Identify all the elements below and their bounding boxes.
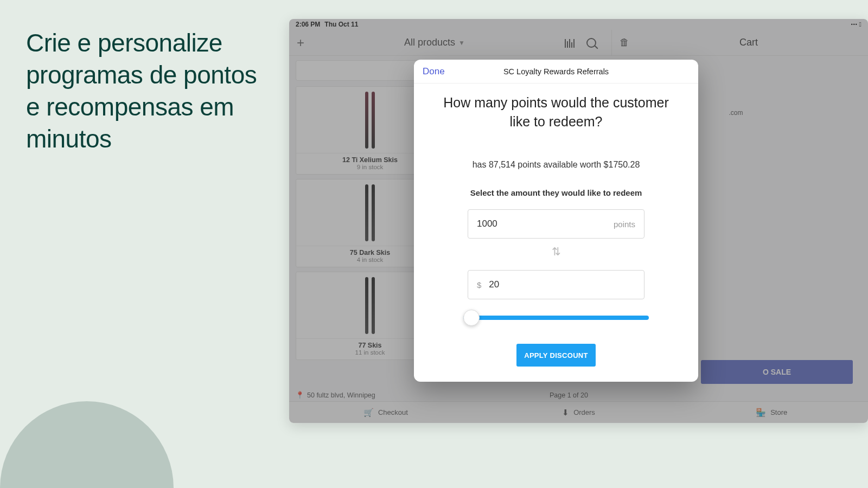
location-pin-icon: 📍 [296,391,304,399]
download-icon: ⬇ [562,408,569,418]
nav-checkout-label: Checkout [378,408,408,416]
redeem-modal: Done SC Loyalty Rewards Referrals How ma… [414,60,698,382]
store-icon: 🏪 [756,408,766,418]
status-bar: 2:06 PM Thu Oct 11 ⋯  [289,19,868,30]
cart-title: Cart [629,37,868,48]
nav-checkout[interactable]: 🛒 Checkout [289,402,482,423]
status-time: 2:06 PM [296,21,320,28]
currency-input[interactable]: $ 20 [468,270,644,299]
select-amount-label: Select the amount they would like to red… [429,188,683,197]
page-indicator: Page 1 of 20 [550,391,588,399]
marketing-headline: Crie e personalize programas de pontos e… [26,27,270,155]
currency-prefix-label: $ [477,280,481,290]
done-button[interactable]: Done [423,66,445,77]
cart-icon: 🛒 [363,408,374,418]
location-text: 50 fultz blvd, Winnipeg [307,391,375,399]
points-input[interactable]: 1000 points [468,209,644,239]
customer-email: .com [729,109,743,117]
modal-header: Done SC Loyalty Rewards Referrals [414,60,698,84]
product-filter-dropdown[interactable]: All products ▼ [315,37,554,48]
slider-track [463,316,649,320]
wifi-icon: ⋯  [851,21,861,28]
redeem-slider[interactable] [463,311,649,324]
sale-button[interactable]: O SALE [701,360,853,384]
status-date: Thu Oct 11 [324,21,358,28]
search-icon[interactable] [586,38,596,48]
add-button[interactable]: + [297,35,304,50]
trash-icon[interactable]: 🗑 [620,37,629,48]
bottom-nav: 🛒 Checkout ⬇ Orders 🏪 Store [289,401,868,423]
points-input-value: 1000 [477,219,497,229]
nav-store[interactable]: 🏪 Store [675,402,868,423]
swap-icon: ⇅ [429,245,683,258]
points-suffix-label: points [614,220,635,229]
apply-discount-button[interactable]: APPLY DISCOUNT [516,344,596,367]
currency-input-value: 20 [489,279,499,290]
slider-thumb[interactable] [463,310,480,326]
modal-question: How many points would the customer like … [429,93,683,131]
top-bar: + All products ▼ 🗑 Cart [289,30,868,56]
nav-orders-label: Orders [573,408,595,416]
filter-title: All products [404,37,455,48]
location-footer[interactable]: 📍 50 fultz blvd, Winnipeg [296,391,375,399]
points-available-text: has 87,514 points available worth $1750.… [429,160,683,170]
nav-store-label: Store [770,408,787,416]
chevron-down-icon: ▼ [458,39,465,47]
barcode-scan-icon[interactable] [565,38,575,48]
nav-orders[interactable]: ⬇ Orders [482,402,675,423]
decorative-shapes [0,369,174,488]
tablet-device: 2:06 PM Thu Oct 11 ⋯  + All products ▼ … [289,19,868,423]
modal-title: SC Loyalty Rewards Referrals [503,67,609,76]
